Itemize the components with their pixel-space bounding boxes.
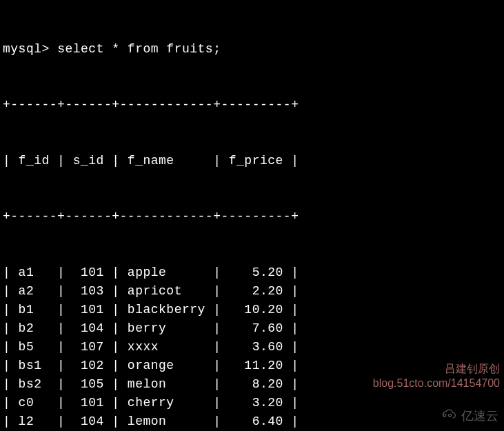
table-row: | c0 | 101 | cherry | 3.20 | xyxy=(3,394,501,412)
svg-point-0 xyxy=(443,414,446,417)
border-top: +------+------+------------+---------+ xyxy=(3,96,501,114)
query-line: mysql> select * from fruits; xyxy=(3,40,501,59)
table-row: | a2 | 103 | apricot | 2.20 | xyxy=(3,282,501,301)
table-row: | b2 | 104 | berry | 7.60 | xyxy=(3,319,501,338)
watermark-site: 亿速云 xyxy=(439,407,498,425)
table-row: | l2 | 104 | lemon | 6.40 | xyxy=(3,412,501,431)
watermark-author: 吕建钊原创 blog.51cto.com/14154700 xyxy=(373,362,500,391)
border-mid: +------+------+------------+---------+ xyxy=(3,208,501,226)
watermark-author-name: 吕建钊原创 xyxy=(373,362,500,377)
table-row: | b1 | 101 | blackberry | 10.20 | xyxy=(3,301,501,319)
prompt: mysql> xyxy=(3,42,50,56)
watermark-site-text: 亿速云 xyxy=(461,407,498,425)
table-row: | b5 | 107 | xxxx | 3.60 | xyxy=(3,338,501,357)
table-row: | a1 | 101 | apple | 5.20 | xyxy=(3,263,501,282)
sql-query: select * from fruits; xyxy=(57,42,221,56)
svg-point-1 xyxy=(449,414,452,417)
header-row: | f_id | s_id | f_name | f_price | xyxy=(3,152,501,170)
cloud-icon xyxy=(439,407,457,425)
table-body: | a1 | 101 | apple | 5.20 || a2 | 103 | … xyxy=(3,263,501,431)
watermark-author-url: blog.51cto.com/14154700 xyxy=(373,377,500,391)
